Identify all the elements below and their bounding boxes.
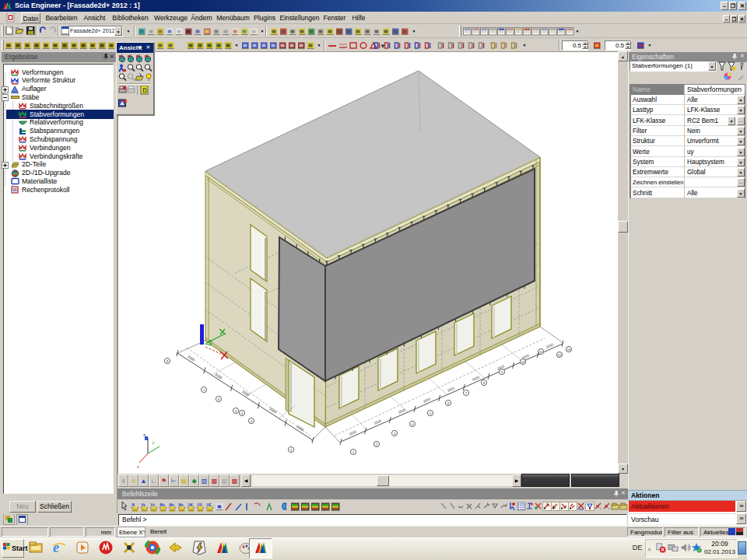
svg-text:My: My (160, 503, 166, 507)
svg-text:x: x (137, 464, 139, 469)
svg-text:e: e (53, 540, 59, 555)
svg-text:z: z (143, 432, 146, 437)
svg-text:3000: 3000 (214, 373, 223, 380)
svg-text:UK: UK (188, 503, 194, 507)
svg-text:Y: Y (152, 441, 155, 446)
svg-text:Mz: Mz (179, 503, 184, 507)
svg-text:B: B (142, 86, 147, 94)
svg-text:N: N (132, 503, 135, 507)
svg-text:3000: 3000 (268, 407, 278, 415)
svg-text:UV: UV (198, 503, 202, 507)
svg-text:Vy: Vy (142, 503, 146, 507)
svg-text:12: 12 (558, 353, 562, 357)
svg-text:3000: 3000 (187, 355, 196, 362)
svg-text:UE: UE (207, 503, 212, 507)
svg-text:My: My (170, 503, 175, 507)
svg-text:3000: 3000 (374, 418, 383, 425)
svg-text:13: 13 (567, 348, 571, 352)
svg-text:10: 10 (521, 360, 525, 364)
svg-text:Vz: Vz (151, 503, 156, 507)
